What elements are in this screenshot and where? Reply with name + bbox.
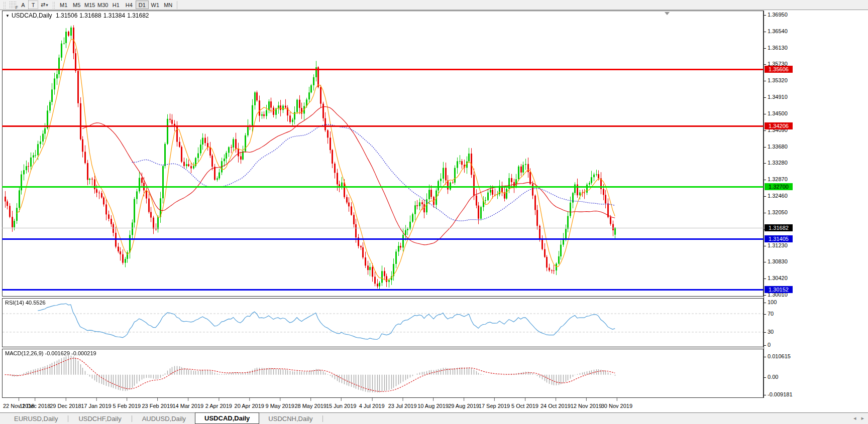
ohlc-low: 1.31384 <box>103 12 125 19</box>
date-label: 5 Oct 2019 <box>511 403 538 409</box>
fibonacci-label: F <box>16 5 19 10</box>
timeframe-h4-button[interactable]: H4 <box>123 1 136 9</box>
price-tick: 1.36130 <box>768 45 788 51</box>
date-label: 28 May 2019 <box>294 403 327 409</box>
date-label: 14 Mar 2019 <box>172 403 203 409</box>
price-level-badge: 1.35606 <box>765 66 793 73</box>
resistance-line-2[interactable] <box>2 125 764 127</box>
tab-usdcnh-daily[interactable]: USDCNH,Daily <box>259 413 321 424</box>
price-tick: 1.35320 <box>768 77 788 83</box>
price-level-badge: 1.34206 <box>765 122 793 129</box>
price-tick: 1.34910 <box>768 94 788 100</box>
date-label: 23 Feb 2019 <box>142 403 173 409</box>
current-price-line <box>2 228 764 228</box>
rsi-scale-tick: 30 <box>768 329 774 335</box>
toolbar-grip <box>52 2 56 9</box>
tab-usdchf-daily[interactable]: USDCHF,Daily <box>69 413 130 424</box>
current-price-badge: 1.31682 <box>765 224 793 231</box>
date-label: 24 Oct 2019 <box>540 403 571 409</box>
price-tick: 1.32050 <box>768 209 788 215</box>
toolbar-grip <box>3 2 7 9</box>
macd-chart-canvas[interactable] <box>3 349 763 397</box>
date-label: 10 Aug 2019 <box>417 403 449 409</box>
tab-audusd-daily[interactable]: AUDUSD,Daily <box>133 413 195 424</box>
macd-scale-tick: -0.009181 <box>768 391 793 397</box>
price-tick: 1.33280 <box>768 160 788 166</box>
macd-label: MACD(12,26,9) -0.001629 -0.000219 <box>5 350 96 356</box>
price-tick: 1.33680 <box>768 144 788 150</box>
price-chart-panel: ▼USDCAD,Daily 1.315061.316881.313841.316… <box>2 11 764 297</box>
date-label: 23 Jul 2019 <box>388 403 417 409</box>
symbol-label: USDCAD,Daily <box>12 12 52 19</box>
price-tick: 1.30830 <box>768 258 788 264</box>
timeframe-m30-button[interactable]: M30 <box>96 1 110 9</box>
price-tick: 1.32460 <box>768 193 788 199</box>
timeframe-m1-button[interactable]: M1 <box>57 1 70 9</box>
macd-scale-tick: 0.00 <box>768 374 778 380</box>
price-level-badge: 1.31405 <box>765 235 793 242</box>
top-toolbar: F A T ⇄▾ M1 M5 M15 M30 H1 H4 D1 W1 MN <box>0 0 868 10</box>
rsi-scale-tick: 0 <box>768 342 771 348</box>
date-label: 9 May 2019 <box>265 403 294 409</box>
date-label: 17 Sep 2019 <box>479 403 510 409</box>
price-axis: 1.36950 1.36540 1.36130 1.35730 1.35320 … <box>764 11 868 398</box>
tab-separator <box>132 415 132 422</box>
price-tick: 1.36950 <box>768 12 788 18</box>
text-tool-button[interactable]: A <box>18 1 28 9</box>
date-label: 12 Nov 2019 <box>571 403 602 409</box>
rsi-scale-tick: 100 <box>768 299 777 305</box>
tabs-scroll-left-button[interactable]: ◂ <box>853 415 856 421</box>
price-tick: 1.30420 <box>768 275 788 281</box>
rsi-scale-tick: 70 <box>768 311 774 317</box>
date-label: 2 Apr 2019 <box>205 403 232 409</box>
collapse-caret-icon[interactable]: ▼ <box>6 14 10 18</box>
price-level-badge: 1.32700 <box>765 183 793 190</box>
chart-shift-marker[interactable] <box>665 12 670 15</box>
tab-eurusd-daily[interactable]: EURUSD,Daily <box>5 413 67 424</box>
timeframe-h1-button[interactable]: H1 <box>110 1 123 9</box>
price-level-badge: 1.30152 <box>765 286 793 293</box>
ohlc-close: 1.31682 <box>127 12 149 19</box>
tab-scroll-controls: ◂ ▸ <box>853 415 864 421</box>
support-line-1[interactable] <box>2 238 764 240</box>
macd-scale-tick: 0.010615 <box>768 353 791 359</box>
date-label: 4 Jul 2019 <box>359 403 385 409</box>
symbol-tabbar: EURUSD,Daily USDCHF,Daily AUDUSD,Daily U… <box>0 412 868 424</box>
tab-separator <box>68 415 68 422</box>
tabs-scroll-right-button[interactable]: ▸ <box>861 415 864 421</box>
pivot-line-green[interactable] <box>2 186 764 188</box>
rsi-label: RSI(14) 40.5526 <box>5 300 46 306</box>
chart-region: ▼USDCAD,Daily 1.315061.316881.313841.316… <box>0 11 868 412</box>
fibonacci-icon[interactable]: F <box>9 1 17 9</box>
price-tick: 1.32870 <box>768 176 788 182</box>
price-tick: 1.31230 <box>768 242 788 248</box>
price-tick: 1.34500 <box>768 110 788 116</box>
arrows-tool-button[interactable]: ⇄▾ <box>38 1 51 9</box>
timeframe-m15-button[interactable]: M15 <box>83 1 96 9</box>
tab-separator <box>322 415 323 422</box>
tab-usdcad-daily[interactable]: USDCAD,Daily <box>195 412 259 424</box>
macd-panel: MACD(12,26,9) -0.001629 -0.000219 <box>2 349 764 398</box>
timeframe-d1-button[interactable]: D1 <box>136 1 149 9</box>
candlestick-chart-canvas[interactable] <box>3 11 763 296</box>
ohlc-high: 1.31688 <box>79 12 101 19</box>
date-label: 5 Feb 2019 <box>113 403 141 409</box>
date-label: 29 Dec 2018 <box>50 403 81 409</box>
date-label: 11 Dec 2018 <box>20 403 51 409</box>
ohlc-open: 1.31506 <box>56 12 77 19</box>
support-line-2[interactable] <box>2 289 764 291</box>
date-axis: 22 Nov 2018 11 Dec 2018 29 Dec 2018 17 J… <box>2 398 764 412</box>
timeframe-m5-button[interactable]: M5 <box>70 1 83 9</box>
rsi-chart-canvas[interactable] <box>3 299 763 347</box>
date-label: 29 Aug 2019 <box>448 403 479 409</box>
rsi-panel: RSI(14) 40.5526 <box>2 298 764 347</box>
text-label-tool-button[interactable]: T <box>28 1 38 9</box>
resistance-line-1[interactable] <box>2 69 764 70</box>
chevron-down-icon: ▾ <box>46 3 48 8</box>
toolbar-separator <box>177 1 177 9</box>
chart-title: ▼USDCAD,Daily 1.315061.316881.313841.316… <box>6 12 151 19</box>
price-tick: 1.36540 <box>768 28 788 34</box>
timeframe-mn-button[interactable]: MN <box>162 1 175 9</box>
date-label: 17 Jan 2019 <box>81 403 112 409</box>
timeframe-w1-button[interactable]: W1 <box>149 1 162 9</box>
